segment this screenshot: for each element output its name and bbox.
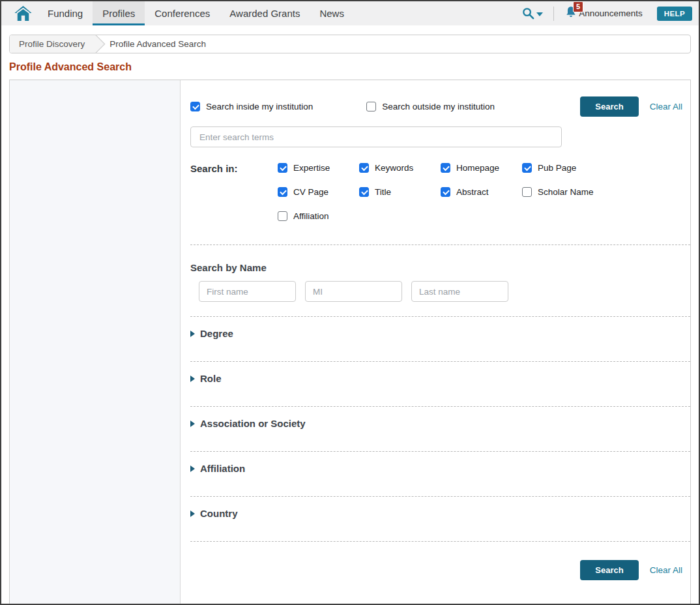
top-nav: FundingProfilesConferencesAwarded Grants… <box>1 1 699 25</box>
checkbox-label: Pub Page <box>538 163 576 173</box>
outside-institution-label: Search outside my institution <box>382 102 495 111</box>
announcements-badge: 5 <box>573 1 583 12</box>
home-button[interactable] <box>8 1 38 25</box>
nav-items: FundingProfilesConferencesAwarded Grants… <box>38 1 354 25</box>
search-in-option-pub-page[interactable]: Pub Page <box>522 163 604 173</box>
section-label: Degree <box>200 328 233 339</box>
announcements-bell[interactable]: 5 <box>564 5 577 22</box>
main-container: Search inside my institution Search outs… <box>9 80 691 604</box>
checkbox-expertise[interactable] <box>278 163 287 173</box>
search-in-options: ExpertiseKeywordsHomepagePub PageCV Page… <box>278 163 604 221</box>
chevron-right-icon <box>190 376 195 382</box>
search-terms-input[interactable] <box>190 126 562 147</box>
search-in-option-cv-page[interactable]: CV Page <box>278 187 359 197</box>
search-in-option-homepage[interactable]: Homepage <box>441 163 522 173</box>
inside-institution-checkbox[interactable] <box>190 102 200 111</box>
inside-institution-label: Search inside my institution <box>206 102 313 111</box>
first-name-input[interactable] <box>199 281 296 302</box>
checkbox-homepage[interactable] <box>441 163 450 173</box>
help-button[interactable]: HELP <box>657 7 692 21</box>
filter-section-association-or-society[interactable]: Association or Society <box>190 407 690 451</box>
search-form: Search inside my institution Search outs… <box>181 80 690 604</box>
search-in-option-keywords[interactable]: Keywords <box>359 163 441 173</box>
chevron-right-icon <box>190 510 195 517</box>
filter-section-affiliation[interactable]: Affiliation <box>190 452 690 496</box>
checkbox-label: Affiliation <box>293 211 329 221</box>
checkbox-title[interactable] <box>359 187 369 197</box>
section-label: Association or Society <box>200 418 306 429</box>
chevron-right-icon <box>190 331 195 337</box>
search-in-option-scholar-name[interactable]: Scholar Name <box>522 187 604 197</box>
clear-all-link-top[interactable]: Clear All <box>650 102 682 111</box>
nav-item-conferences[interactable]: Conferences <box>145 1 220 25</box>
checkbox-affiliation[interactable] <box>278 211 287 221</box>
checkbox-label: Keywords <box>375 163 413 173</box>
middle-initial-input[interactable] <box>305 281 402 302</box>
checkbox-keywords[interactable] <box>359 163 369 173</box>
outside-institution-option[interactable]: Search outside my institution <box>366 102 495 111</box>
search-icon <box>522 7 534 20</box>
clear-all-link-bottom[interactable]: Clear All <box>650 565 682 575</box>
checkbox-label: Abstract <box>456 187 489 197</box>
app-window: FundingProfilesConferencesAwarded Grants… <box>0 0 700 605</box>
nav-item-awarded-grants[interactable]: Awarded Grants <box>220 1 310 25</box>
section-divider <box>190 244 690 245</box>
nav-item-profiles[interactable]: Profiles <box>93 1 145 25</box>
left-sidebar <box>10 80 181 604</box>
search-in-option-abstract[interactable]: Abstract <box>441 187 522 197</box>
search-in-option-affiliation[interactable]: Affiliation <box>278 211 359 221</box>
home-icon <box>14 6 32 22</box>
checkbox-cv-page[interactable] <box>278 187 287 197</box>
section-label: Affiliation <box>200 463 245 474</box>
nav-search-button[interactable] <box>522 7 543 20</box>
section-heading: Role <box>190 373 690 384</box>
filter-section-role[interactable]: Role <box>190 362 690 406</box>
section-heading: Affiliation <box>190 463 690 474</box>
checkbox-pub-page[interactable] <box>522 163 532 173</box>
chevron-right-icon <box>190 465 195 472</box>
checkbox-label: Scholar Name <box>538 187 594 197</box>
breadcrumb: Profile Discovery Profile Advanced Searc… <box>9 35 691 53</box>
section-heading: Country <box>190 508 690 519</box>
section-label: Role <box>200 373 222 384</box>
search-in-label: Search in: <box>190 163 278 221</box>
breadcrumb-profile-discovery[interactable]: Profile Discovery <box>10 35 95 53</box>
checkbox-label: CV Page <box>293 187 328 197</box>
name-inputs-row <box>199 281 690 302</box>
checkbox-label: Title <box>375 187 391 197</box>
filter-sections: DegreeRoleAssociation or SocietyAffiliat… <box>190 317 690 542</box>
chevron-right-icon <box>190 421 195 427</box>
checkbox-label: Expertise <box>293 163 330 173</box>
search-in-block: Search in: ExpertiseKeywordsHomepagePub … <box>190 163 690 221</box>
search-in-option-expertise[interactable]: Expertise <box>278 163 359 173</box>
last-name-input[interactable] <box>411 281 508 302</box>
search-button-bottom[interactable]: Search <box>580 560 638 580</box>
scope-row: Search inside my institution Search outs… <box>190 96 682 116</box>
search-caret-icon <box>536 12 543 16</box>
checkbox-abstract[interactable] <box>441 187 450 197</box>
section-heading: Association or Society <box>190 418 690 429</box>
checkbox-label: Homepage <box>456 163 499 173</box>
nav-item-funding[interactable]: Funding <box>38 1 93 25</box>
nav-right: 5 Announcements HELP <box>522 1 699 25</box>
nav-divider <box>553 7 554 21</box>
filter-section-country[interactable]: Country <box>190 497 690 541</box>
checkbox-scholar-name[interactable] <box>522 187 532 197</box>
announcements-link[interactable]: Announcements <box>579 8 643 18</box>
section-heading: Degree <box>190 328 690 339</box>
breadcrumb-current-page: Profile Advanced Search <box>95 35 212 53</box>
search-by-name-heading: Search by Name <box>190 262 690 273</box>
page-title: Profile Advanced Search <box>9 61 691 73</box>
search-in-option-title[interactable]: Title <box>359 187 441 197</box>
footer-actions-row: Search Clear All <box>190 560 682 580</box>
nav-item-news[interactable]: News <box>310 1 354 25</box>
search-button-top[interactable]: Search <box>580 96 638 117</box>
filter-section-degree[interactable]: Degree <box>190 317 690 361</box>
outside-institution-checkbox[interactable] <box>366 102 376 111</box>
inside-institution-option[interactable]: Search inside my institution <box>190 102 313 111</box>
section-label: Country <box>200 508 238 519</box>
section-divider <box>190 541 690 542</box>
